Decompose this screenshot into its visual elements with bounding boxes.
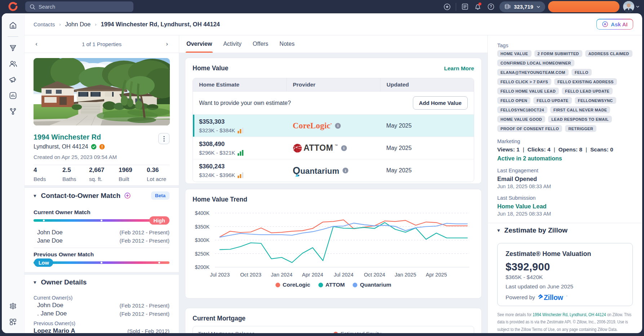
chevron-down-icon[interactable]: ▾: [34, 279, 36, 286]
svg-text:?: ?: [490, 4, 492, 9]
info-icon[interactable]: i: [343, 168, 348, 173]
tag-pill[interactable]: FELLO LEAD UPDATE: [562, 88, 613, 94]
automations-link[interactable]: Active in 2 automations: [497, 155, 633, 162]
tag-pill[interactable]: HOME VALUE: [497, 50, 531, 57]
breadcrumb-contact-name[interactable]: John Doe: [65, 21, 91, 28]
tag-pill[interactable]: CONFIRMED LOCAL HOMEOWNER: [497, 59, 574, 66]
app-logo[interactable]: [0, 2, 25, 12]
stat-value: 2.5: [62, 167, 89, 174]
owner-group-label: Previous Owner(s): [34, 320, 169, 326]
sidebar-item-analytics[interactable]: [6, 89, 20, 102]
ai-sparkle-icon[interactable]: [441, 0, 454, 13]
home-value-title: Home Value: [193, 65, 228, 72]
info-icon[interactable]: i: [335, 123, 341, 129]
sidebar-item-apps[interactable]: [6, 315, 20, 329]
tag-pill[interactable]: RETRIGGER: [565, 125, 596, 132]
tag-pill[interactable]: FELLO OPEN: [497, 97, 530, 104]
search-input[interactable]: Search: [25, 1, 133, 12]
confidence-bars-icon: [238, 150, 243, 156]
notifications-bell-icon[interactable]: [471, 0, 484, 13]
legend-item-corelogic: CoreLogic: [275, 282, 310, 288]
sidebar-divider: [8, 36, 18, 37]
disclaimer-address-link[interactable]: 1994 Winchester Rd, Lyndhurst, OH 44124: [533, 312, 606, 317]
tag-pill[interactable]: LEAD RESPONDS TO EMAIL: [548, 116, 612, 123]
tag-pill[interactable]: ADDRESS CLAIMED: [585, 50, 632, 57]
last-submission-link[interactable]: Home Value Lead: [497, 203, 633, 210]
add-home-value-button[interactable]: Add Home Value: [413, 96, 468, 110]
match-slider[interactable]: High: [34, 216, 169, 224]
overview-panel: OverviewActivityOffersNotes Home Value L…: [179, 35, 488, 333]
estimate-row-quantarium[interactable]: $360,243$324K - $396KQuantariumiMay 2025: [193, 159, 474, 182]
tag-pill[interactable]: FELLO HOME VALUE LEAD: [497, 88, 559, 94]
tab-activity[interactable]: Activity: [223, 35, 242, 53]
chevron-down-icon[interactable]: ▾: [497, 227, 500, 234]
ai-sparkle-icon: [602, 21, 608, 27]
chevron-down-icon[interactable]: ▾: [34, 193, 36, 199]
estimate-row-corelogic[interactable]: $353,303$323K - $384KCoreLogic•iMay 2025: [193, 115, 474, 137]
match-person-row: John Doe(Feb 2012 - Present): [34, 228, 169, 236]
tag-pill[interactable]: ELANA@THEYOUNGTEAM.COM: [497, 69, 569, 76]
property-title[interactable]: 1994 Winchester Rd: [34, 133, 105, 141]
tab-notes[interactable]: Notes: [279, 35, 295, 53]
owner-row: . Jane Doe(Feb 2012 - Present): [34, 310, 169, 317]
mortgage-balance-label: Total Mortgage Balance: [198, 331, 255, 333]
provider-cell: ATTOM™i: [287, 140, 380, 156]
last-engagement-label: Last Engagement: [497, 168, 633, 173]
gear-icon: [9, 302, 17, 310]
estimate-prompt-row: Want to provide your own estimate? Add H…: [193, 92, 474, 115]
help-icon[interactable]: ?: [484, 0, 497, 13]
legend-item-attom: ATTOM: [318, 282, 345, 288]
tab-offers[interactable]: Offers: [253, 35, 268, 53]
tag-pill[interactable]: FELLOSYNC18OCT24: [497, 106, 547, 113]
tag-pill[interactable]: FELLO CLICK > 7 DAYS: [497, 78, 551, 85]
tag-pill[interactable]: HOME VALUE GOOD: [497, 116, 545, 123]
slider-dot: [43, 220, 45, 221]
owner-row: Lopez Mario A(Sold - Feb 2012): [34, 327, 169, 333]
tag-pill[interactable]: FELLO UPDATE: [533, 97, 572, 104]
svg-text:Apr 2024: Apr 2024: [302, 272, 323, 278]
tag-pill[interactable]: FIRST CALL NEVER MADE: [550, 106, 610, 113]
pager-next-button[interactable]: ›: [164, 40, 170, 48]
estimate-row-attom[interactable]: $308,490$296K - $321KATTOM™iMay 2025: [193, 137, 474, 159]
zestimate-card-title: Zestimate® Home Valuation: [506, 250, 625, 258]
sidebar-item-home[interactable]: [6, 18, 20, 32]
zillow-disclaimer: See more details for 1994 Winchester Rd,…: [497, 311, 633, 333]
sidebar-item-funnel[interactable]: [6, 41, 20, 55]
credits-counter[interactable]: 323,719: [499, 1, 545, 12]
match-slider[interactable]: Low: [34, 258, 169, 266]
person-dates: (Feb 2012 - Present): [120, 238, 169, 244]
breadcrumb-property: 1994 Winchester Rd, Lyndhurst, OH 44124: [101, 21, 220, 28]
right-divider: [488, 223, 642, 223]
marketing-stat: Opens: 8: [559, 146, 582, 153]
learn-more-link[interactable]: Learn More: [444, 65, 474, 72]
marketing-stats: Views: 1|Clicks: 4|Opens: 8|Scans: 0: [497, 146, 633, 153]
attom-logo: ATTOM™: [293, 143, 338, 153]
info-icon[interactable]: i: [341, 145, 347, 151]
ask-ai-button[interactable]: Ask AI: [596, 19, 633, 30]
user-menu[interactable]: [623, 1, 640, 12]
property-menu-button[interactable]: [158, 133, 169, 144]
tag-pill[interactable]: FELLO: [572, 69, 592, 76]
match-divider: [34, 248, 169, 248]
tag-pill[interactable]: FELLONEWSYNC: [575, 97, 616, 104]
megaphone-icon: [9, 75, 18, 84]
tag-pill[interactable]: FELLO EXISTING ADDRESS: [554, 78, 617, 85]
tag-pill[interactable]: PROOF OF CONSENT FELLO: [497, 125, 562, 132]
sidebar-item-settings[interactable]: [6, 299, 20, 313]
stat-value: 1969: [119, 167, 147, 174]
stat-label: sq. ft.: [89, 176, 119, 182]
sidebar-item-contacts[interactable]: [6, 57, 20, 71]
last-engagement-time: Jun 18, 2025 08:33 AM: [497, 184, 633, 189]
estimate-cell: $360,243$324K - $396K: [193, 160, 287, 181]
equity-legend-dot: [334, 332, 338, 333]
tab-overview[interactable]: Overview: [186, 35, 212, 53]
breadcrumb-contacts[interactable]: Contacts: [34, 21, 55, 27]
pager-prev-button[interactable]: ‹: [33, 40, 40, 48]
stat-separator: |: [523, 146, 524, 153]
sidebar-item-automations[interactable]: [6, 105, 20, 118]
changelog-icon[interactable]: [458, 0, 471, 13]
primary-cta-button[interactable]: [548, 1, 619, 12]
stat-separator: |: [586, 146, 587, 153]
sidebar-item-marketing[interactable]: [6, 73, 20, 87]
tag-pill[interactable]: 2 FORM SUBMITTED: [534, 50, 582, 57]
